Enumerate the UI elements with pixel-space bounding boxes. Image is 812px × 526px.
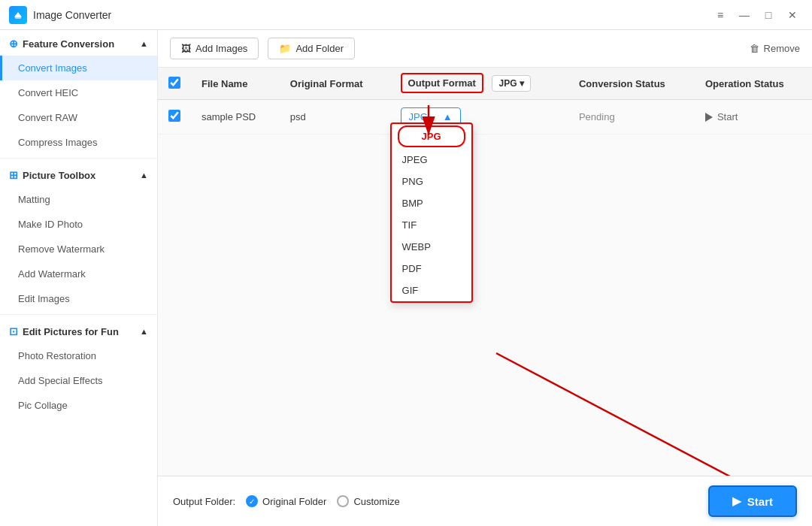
- start-button-icon: ▶: [732, 494, 741, 508]
- format-option-webp[interactable]: WEBP: [392, 236, 471, 258]
- original-format-cell: psd: [280, 100, 390, 135]
- table-header-row: File Name Original Format Output Format …: [158, 68, 812, 100]
- sidebar-section-edit-pictures[interactable]: ⊡ Edit Pictures for Fun ▲: [0, 318, 157, 343]
- add-folder-icon: 📁: [279, 43, 291, 54]
- svg-line-3: [496, 353, 767, 476]
- output-format-header: Output Format JPG ▾: [390, 68, 568, 100]
- chevron-up-icon-2: ▲: [140, 171, 148, 180]
- header-format-chevron-icon: ▾: [520, 78, 524, 89]
- format-select-value: JPG: [409, 111, 428, 122]
- add-folder-label: Add Folder: [295, 43, 344, 54]
- format-option-jpeg[interactable]: JPEG: [392, 149, 471, 171]
- app-icon: [9, 6, 27, 24]
- output-folder-label: Output Folder:: [173, 496, 235, 507]
- start-action-label: Start: [717, 111, 738, 122]
- minimize-button[interactable]: —: [734, 5, 755, 26]
- conversion-status-header: Conversion Status: [568, 68, 695, 100]
- format-dropdown-menu: JPG JPEG PNG BMP TIF WEBP PDF GIF: [390, 122, 473, 303]
- sidebar-item-edit-images[interactable]: Edit Images: [0, 286, 157, 311]
- add-folder-button[interactable]: 📁 Add Folder: [268, 38, 355, 59]
- titlebar-left: Image Converter: [9, 6, 111, 24]
- sidebar-item-photo-restoration[interactable]: Photo Restoration: [0, 343, 157, 368]
- sidebar-item-make-id-photo[interactable]: Make ID Photo: [0, 212, 157, 237]
- header-format-value: JPG: [498, 78, 517, 89]
- sidebar-item-compress-images[interactable]: Compress Images: [0, 130, 157, 155]
- format-option-tif[interactable]: TIF: [392, 214, 471, 236]
- format-select-chevron-icon: ▲: [443, 111, 453, 122]
- customize-label: Customize: [353, 496, 399, 507]
- format-option-bmp[interactable]: BMP: [392, 192, 471, 214]
- output-format-header-label: Output Format: [401, 73, 483, 93]
- remove-icon: 🗑: [750, 43, 759, 54]
- customize-radio-label[interactable]: Customize: [337, 495, 399, 507]
- feature-conversion-label: Feature Conversion: [23, 38, 114, 50]
- filename-header: File Name: [191, 68, 280, 100]
- start-action[interactable]: Start: [705, 111, 801, 122]
- content-area: 🖼 Add Images 📁 Add Folder 🗑 Remove: [158, 30, 812, 526]
- format-option-pdf[interactable]: PDF: [392, 258, 471, 280]
- sidebar-item-pic-collage[interactable]: Pic Collage: [0, 393, 157, 418]
- titlebar: Image Converter ≡ — □ ✕: [0, 0, 812, 30]
- files-table: File Name Original Format Output Format …: [158, 68, 812, 135]
- edit-pictures-label: Edit Pictures for Fun: [23, 326, 119, 337]
- sidebar-item-matting[interactable]: Matting: [0, 187, 157, 212]
- select-all-checkbox[interactable]: [168, 77, 180, 89]
- original-format-header: Original Format: [280, 68, 390, 100]
- close-button[interactable]: ✕: [782, 5, 803, 26]
- play-icon: [705, 113, 713, 122]
- svg-rect-0: [15, 15, 21, 19]
- operation-status-header: Operation Status: [695, 68, 812, 100]
- main-layout: ⊕ Feature Conversion ▲ Convert Images Co…: [0, 30, 812, 526]
- output-format-cell: JPG ▲ JPG JPEG PNG BMP TIF: [390, 100, 568, 135]
- start-button-label: Start: [747, 495, 773, 508]
- menu-button[interactable]: ≡: [710, 5, 731, 26]
- format-dropdown-scroll[interactable]: JPG JPEG PNG BMP TIF WEBP PDF GIF: [392, 124, 471, 301]
- add-images-label: Add Images: [195, 43, 247, 54]
- sidebar-item-add-special-effects[interactable]: Add Special Effects: [0, 368, 157, 393]
- row-checkbox-cell: [158, 100, 191, 135]
- filename-cell: sample PSD: [191, 100, 280, 135]
- sidebar-item-add-watermark[interactable]: Add Watermark: [0, 261, 157, 286]
- maximize-button[interactable]: □: [758, 5, 779, 26]
- format-option-gif[interactable]: GIF: [392, 280, 471, 301]
- toolbar: 🖼 Add Images 📁 Add Folder 🗑 Remove: [158, 30, 812, 68]
- remove-button[interactable]: 🗑 Remove: [750, 43, 800, 54]
- picture-toolbox-icon: ⊞: [9, 169, 18, 181]
- bottombar: Output Folder: Original Folder Customize…: [158, 476, 812, 526]
- add-images-icon: 🖼: [181, 43, 191, 54]
- chevron-up-icon-3: ▲: [140, 327, 148, 336]
- sidebar-divider-1: [0, 158, 157, 159]
- conversion-status-cell: Pending: [568, 100, 695, 135]
- sidebar-item-convert-heic[interactable]: Convert HEIC: [0, 80, 157, 105]
- operation-status-cell: Start: [695, 100, 812, 135]
- row-checkbox[interactable]: [168, 110, 180, 122]
- table-row: sample PSD psd JPG ▲ JPG JPEG: [158, 100, 812, 135]
- output-folder-section: Output Folder: Original Folder Customize: [173, 495, 400, 507]
- picture-toolbox-label: Picture Toolbox: [23, 170, 95, 181]
- customize-radio-unchecked-icon: [337, 495, 349, 507]
- format-option-png[interactable]: PNG: [392, 171, 471, 192]
- app-title-label: Image Converter: [33, 9, 111, 21]
- add-images-button[interactable]: 🖼 Add Images: [170, 38, 259, 59]
- sidebar-divider-2: [0, 314, 157, 315]
- sidebar-section-picture-toolbox[interactable]: ⊞ Picture Toolbox ▲: [0, 162, 157, 187]
- header-format-selector[interactable]: JPG ▾: [492, 75, 531, 92]
- titlebar-controls: ≡ — □ ✕: [710, 5, 803, 26]
- chevron-up-icon: ▲: [140, 39, 148, 48]
- table-area: File Name Original Format Output Format …: [158, 68, 812, 476]
- format-option-jpg[interactable]: JPG: [398, 125, 465, 147]
- edit-pictures-icon: ⊡: [9, 325, 18, 337]
- original-folder-radio-label[interactable]: Original Folder: [246, 495, 326, 507]
- sidebar-item-convert-raw[interactable]: Convert RAW: [0, 105, 157, 130]
- sidebar-item-convert-images[interactable]: Convert Images: [0, 56, 157, 80]
- select-all-header: [158, 68, 191, 100]
- original-folder-label: Original Folder: [262, 496, 326, 507]
- start-button[interactable]: ▶ Start: [708, 485, 797, 517]
- original-folder-radio-checked-icon: [246, 495, 258, 507]
- sidebar-item-remove-watermark[interactable]: Remove Watermark: [0, 237, 157, 261]
- sidebar: ⊕ Feature Conversion ▲ Convert Images Co…: [0, 30, 158, 526]
- remove-label: Remove: [764, 43, 800, 54]
- sidebar-section-feature-conversion[interactable]: ⊕ Feature Conversion ▲: [0, 30, 157, 56]
- feature-conversion-icon: ⊕: [9, 38, 18, 50]
